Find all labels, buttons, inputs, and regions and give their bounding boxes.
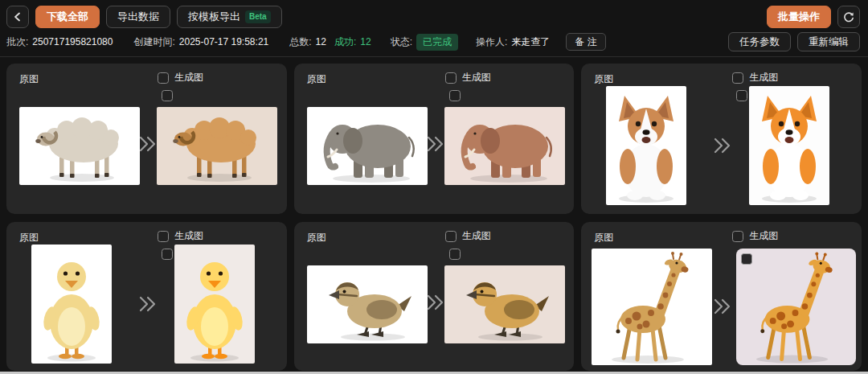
chevron-left-icon xyxy=(13,12,23,22)
generated-select-checkbox-secondary[interactable] xyxy=(162,249,173,260)
beta-badge: Beta xyxy=(245,10,271,23)
arrow-double-right-icon xyxy=(714,138,731,157)
total-count: 总数: 12 xyxy=(289,35,326,49)
generated-select-checkbox[interactable] xyxy=(732,72,743,84)
export-by-template-button[interactable]: 按模板导出 Beta xyxy=(177,6,282,28)
generated-image-duckling[interactable] xyxy=(174,245,255,364)
export-by-template-label: 按模板导出 xyxy=(188,10,240,24)
original-image-label: 原图 xyxy=(307,231,326,245)
success-count: 成功: 12 xyxy=(334,35,371,49)
task-params-button[interactable]: 任务参数 xyxy=(728,32,791,51)
status: 状态: 已完成 xyxy=(391,34,458,51)
original-image-corgi[interactable] xyxy=(606,86,686,205)
original-image-label: 原图 xyxy=(19,231,39,245)
generated-image-label: 生成图 xyxy=(174,229,203,243)
generated-image-label: 生成图 xyxy=(462,229,491,243)
original-image-label: 原图 xyxy=(19,72,39,86)
operator: 操作人: 来走查了 xyxy=(476,35,550,49)
arrow-double-right-icon xyxy=(714,298,731,318)
generated-image-corgi[interactable] xyxy=(749,86,829,205)
batch-operations-button[interactable]: 批量操作 xyxy=(767,6,831,28)
note-label: 备 注 xyxy=(575,35,596,49)
arrow-double-right-icon xyxy=(427,136,444,155)
original-image-label: 原图 xyxy=(594,231,613,245)
original-image-elephant[interactable] xyxy=(307,107,428,185)
generated-select-checkbox-secondary[interactable] xyxy=(449,90,461,101)
generated-select-checkbox[interactable] xyxy=(445,231,457,242)
status-badge: 已完成 xyxy=(416,34,458,51)
batch-id: 批次: 250717195821080 xyxy=(6,35,113,49)
arrow-double-right-icon xyxy=(139,296,156,315)
generated-image-label: 生成图 xyxy=(749,229,778,243)
note-button[interactable]: 备 注 xyxy=(566,33,605,51)
batch-operations-label: 批量操作 xyxy=(778,10,820,24)
export-data-label: 导出数据 xyxy=(117,10,159,24)
generated-image-giraffe[interactable] xyxy=(736,249,856,365)
reedit-label: 重新编辑 xyxy=(809,35,849,49)
result-card-duckling: 原图 生成图 xyxy=(6,222,287,371)
original-image-mallard-duckling[interactable] xyxy=(307,265,428,343)
export-data-button[interactable]: 导出数据 xyxy=(106,6,170,28)
generated-select-checkbox-secondary[interactable] xyxy=(162,90,173,101)
result-card-mallard-duckling: 原图 生成图 xyxy=(294,222,575,371)
task-params-label: 任务参数 xyxy=(739,35,780,49)
generated-image-sheep[interactable] xyxy=(157,107,277,185)
generated-image-label: 生成图 xyxy=(462,71,491,84)
original-image-label: 原图 xyxy=(594,72,613,86)
result-card-corgi: 原图 生成图 xyxy=(581,64,862,214)
original-image-giraffe[interactable] xyxy=(592,249,712,365)
arrow-double-right-icon xyxy=(427,294,444,314)
results-grid: 原图 生成图 原图 生成图 原图 生成图 原图 xyxy=(6,64,862,371)
generated-select-checkbox-secondary[interactable] xyxy=(449,249,461,260)
created-time: 创建时间: 2025-07-17 19:58:21 xyxy=(133,35,268,49)
reedit-button[interactable]: 重新编辑 xyxy=(797,32,860,51)
arrow-double-right-icon xyxy=(139,136,156,155)
generated-image-mallard-duckling[interactable] xyxy=(444,265,565,343)
generated-select-checkbox[interactable] xyxy=(158,231,169,242)
toolbar: 下载全部 导出数据 按模板导出 Beta 批量操作 xyxy=(0,0,868,28)
original-image-sheep[interactable] xyxy=(19,107,140,185)
generated-image-label: 生成图 xyxy=(174,71,203,84)
generated-select-checkbox-secondary[interactable] xyxy=(736,90,747,101)
result-card-giraffe: 原图 生成图 xyxy=(581,222,862,371)
download-all-label: 下载全部 xyxy=(47,10,88,24)
generated-image-label: 生成图 xyxy=(749,71,778,84)
result-card-elephant: 原图 生成图 xyxy=(294,64,575,214)
generated-select-checkbox[interactable] xyxy=(158,72,169,84)
back-button[interactable] xyxy=(6,6,29,28)
header-divider xyxy=(0,56,868,57)
batch-meta-row: 批次: 250717195821080 创建时间: 2025-07-17 19:… xyxy=(0,33,868,51)
refresh-button[interactable] xyxy=(837,6,860,28)
result-card-sheep: 原图 生成图 xyxy=(6,64,287,214)
original-image-label: 原图 xyxy=(307,72,326,86)
download-all-button[interactable]: 下载全部 xyxy=(35,6,100,28)
generated-image-elephant[interactable] xyxy=(444,107,565,185)
original-image-duckling[interactable] xyxy=(31,245,112,364)
generated-select-checkbox[interactable] xyxy=(732,231,743,242)
refresh-icon xyxy=(843,11,854,23)
generated-select-checkbox[interactable] xyxy=(445,72,457,84)
generated-select-checkbox-secondary[interactable] xyxy=(741,253,752,265)
